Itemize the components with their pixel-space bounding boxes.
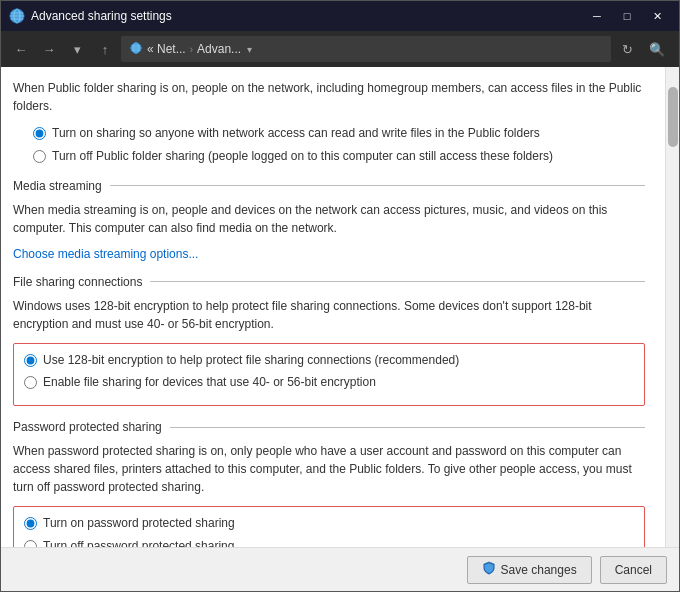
dropdown-button[interactable]: ▾ [65,37,89,61]
scrollbar-thumb[interactable] [668,87,678,147]
window-icon [9,8,25,24]
breadcrumb-bar[interactable]: « Net... › Advan... ▾ [121,36,611,62]
password-sharing-box: Turn on password protected sharing Turn … [13,506,645,547]
public-folder-intro: When Public folder sharing is on, people… [13,79,645,115]
encrypt-128-option: Use 128-bit encryption to help protect f… [24,352,634,369]
public-off-radio[interactable] [33,150,46,163]
password-sharing-options: Turn on password protected sharing Turn … [24,515,634,547]
public-on-label: Turn on sharing so anyone with network a… [52,125,540,142]
file-sharing-options: Use 128-bit encryption to help protect f… [24,352,634,392]
file-sharing-box: Use 128-bit encryption to help protect f… [13,343,645,407]
encrypt-40-56-label: Enable file sharing for devices that use… [43,374,376,391]
window-controls: ─ □ ✕ [583,6,671,26]
close-button[interactable]: ✕ [643,6,671,26]
encrypt-40-56-option: Enable file sharing for devices that use… [24,374,634,391]
address-bar: ← → ▾ ↑ « Net... › Advan... ▾ ↻ 🔍 [1,31,679,67]
public-off-label: Turn off Public folder sharing (people l… [52,148,553,165]
back-button[interactable]: ← [9,37,33,61]
password-sharing-title: Password protected sharing [13,420,162,434]
file-sharing-line [150,281,645,282]
save-changes-button[interactable]: Save changes [467,556,592,584]
breadcrumb-advan: Advan... [197,42,241,56]
cancel-button[interactable]: Cancel [600,556,667,584]
scrollbar[interactable] [665,67,679,547]
forward-button[interactable]: → [37,37,61,61]
title-bar: Advanced sharing settings ─ □ ✕ [1,1,679,31]
media-streaming-title: Media streaming [13,179,102,193]
content-area: When Public folder sharing is on, people… [1,67,679,547]
shield-icon [482,561,496,578]
encrypt-128-radio[interactable] [24,354,37,367]
search-icon: 🔍 [649,42,665,57]
encrypt-128-label: Use 128-bit encryption to help protect f… [43,352,459,369]
breadcrumb-net: « Net... [147,42,186,56]
breadcrumb-dropdown-icon: ▾ [247,44,252,55]
password-off-label: Turn off password protected sharing [43,538,234,547]
window: Advanced sharing settings ─ □ ✕ ← → ▾ ↑ … [0,0,680,592]
media-streaming-header: Media streaming [13,179,645,193]
password-on-radio[interactable] [24,517,37,530]
media-streaming-intro: When media streaming is on, people and d… [13,201,645,237]
password-sharing-intro: When password protected sharing is on, o… [13,442,645,496]
refresh-button[interactable]: ↻ [615,37,639,61]
password-on-option: Turn on password protected sharing [24,515,634,532]
public-folder-options: Turn on sharing so anyone with network a… [33,125,645,165]
maximize-button[interactable]: □ [613,6,641,26]
password-sharing-header: Password protected sharing [13,420,645,434]
public-off-option: Turn off Public folder sharing (people l… [33,148,645,165]
minimize-button[interactable]: ─ [583,6,611,26]
password-off-option: Turn off password protected sharing [24,538,634,547]
save-changes-label: Save changes [501,563,577,577]
main-content: When Public folder sharing is on, people… [1,67,665,547]
public-on-radio[interactable] [33,127,46,140]
public-on-option: Turn on sharing so anyone with network a… [33,125,645,142]
password-off-radio[interactable] [24,540,37,547]
password-on-label: Turn on password protected sharing [43,515,235,532]
search-button[interactable]: 🔍 [643,35,671,63]
breadcrumb-network-icon [129,41,143,58]
up-button[interactable]: ↑ [93,37,117,61]
file-sharing-intro: Windows uses 128-bit encryption to help … [13,297,645,333]
encrypt-40-56-radio[interactable] [24,376,37,389]
file-sharing-header: File sharing connections [13,275,645,289]
bottom-bar: Save changes Cancel [1,547,679,591]
media-streaming-link[interactable]: Choose media streaming options... [13,247,198,261]
file-sharing-title: File sharing connections [13,275,142,289]
media-streaming-line [110,185,645,186]
password-sharing-line [170,427,645,428]
window-title: Advanced sharing settings [31,9,583,23]
breadcrumb-sep-1: › [190,44,193,55]
